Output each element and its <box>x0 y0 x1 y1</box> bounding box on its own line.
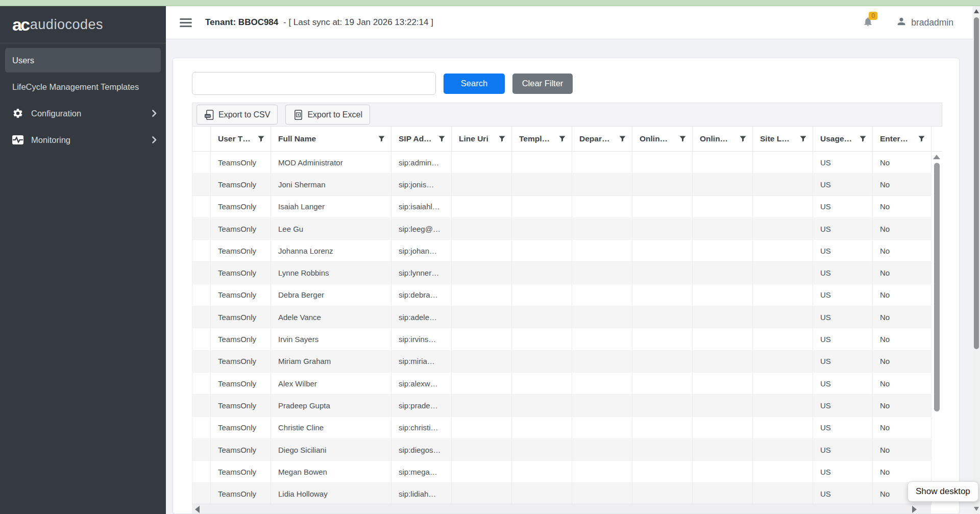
table-cell <box>693 306 753 328</box>
table-cell: US <box>813 306 873 328</box>
header-cell-sip-ad[interactable]: SIP Ad… <box>391 127 452 151</box>
sidebar-item-monitoring[interactable]: Monitoring <box>0 128 166 152</box>
table-cell: sip:isaiahl… <box>391 196 452 217</box>
table-cell <box>572 240 632 261</box>
header-cell-select[interactable] <box>192 127 211 151</box>
filter-funnel-icon[interactable] <box>438 136 445 142</box>
page-vertical-scrollbar[interactable] <box>973 6 980 514</box>
table-vertical-scrollbar[interactable] <box>932 152 942 504</box>
clear-filter-button[interactable]: Clear Filter <box>512 74 573 94</box>
table-cell <box>512 284 572 306</box>
filter-funnel-icon[interactable] <box>679 136 686 142</box>
table-cell: Pradeep Gupta <box>271 395 391 416</box>
show-desktop-tooltip-text: Show desktop <box>916 486 970 497</box>
table-cell <box>192 240 211 261</box>
filter-funnel-icon[interactable] <box>559 136 566 142</box>
table-cell: MOD Administrator <box>271 152 391 173</box>
page-scroll-up-arrow-icon[interactable] <box>974 9 979 13</box>
top-edge-strip <box>0 0 980 6</box>
table-cell <box>512 240 572 261</box>
audiocodes-logo: ac audiocodes <box>0 6 166 43</box>
table-cell: TeamsOnly <box>211 262 271 283</box>
sidebar-item-users[interactable]: Users <box>5 48 161 72</box>
sidebar-nav: Users LifeCycle Management Templates Con… <box>0 43 166 152</box>
table-row[interactable]: TeamsOnlyDiego Sicilianisip:diegos…USNo <box>192 439 931 461</box>
filter-funnel-icon[interactable] <box>860 136 866 142</box>
header-cell-onlin[interactable]: Onlin… <box>632 127 693 151</box>
table-cell: TeamsOnly <box>211 417 271 438</box>
table-cell: sip:leeg@… <box>391 218 452 239</box>
table-cell <box>452 218 512 239</box>
table-cell: No <box>873 284 932 306</box>
header-cell-full-name[interactable]: Full Name <box>271 127 391 151</box>
table-row[interactable]: TeamsOnlyLynne Robbinssip:lynner…USNo <box>192 262 931 284</box>
table-row[interactable]: TeamsOnlyJoni Shermansip:jonis…USNo <box>192 174 931 195</box>
header-cell-onlin[interactable]: Onlin… <box>693 127 753 151</box>
table-row[interactable]: TeamsOnlyIsaiah Langersip:isaiahl…USNo <box>192 196 931 218</box>
table-horizontal-scrollbar[interactable] <box>192 504 931 514</box>
header-cell-usage[interactable]: Usage… <box>813 127 873 151</box>
audiocodes-logo-mark: ac <box>12 15 29 35</box>
table-cell <box>452 417 512 438</box>
filter-funnel-icon[interactable] <box>499 136 505 142</box>
table-row[interactable]: TeamsOnlyLidia Hollowaysip:lidiah…USNo <box>192 483 931 505</box>
table-cell: TeamsOnly <box>211 351 271 372</box>
scroll-up-arrow-icon[interactable] <box>933 155 940 159</box>
table-row[interactable]: TeamsOnlyLee Gusip:leeg@…USNo <box>192 218 931 240</box>
header-cell-user-t[interactable]: User T… <box>211 127 271 151</box>
table-cell <box>512 417 572 438</box>
table-row[interactable]: TeamsOnlyMiriam Grahamsip:miria…USNo <box>192 351 931 373</box>
search-button[interactable]: Search <box>444 74 505 94</box>
table-cell: Miriam Graham <box>271 351 391 372</box>
table-cell <box>753 152 813 173</box>
table-row[interactable]: TeamsOnlyAlex Wilbersip:alexw…USNo <box>192 373 931 395</box>
filter-funnel-icon[interactable] <box>740 136 746 142</box>
table-cell: sip:miria… <box>391 351 452 372</box>
sidebar-item-configuration[interactable]: Configuration <box>0 101 166 126</box>
export-to-csv-button[interactable]: csv Export to CSV <box>197 105 278 125</box>
user-menu[interactable]: bradadmin <box>896 16 953 29</box>
table-cell <box>452 461 512 482</box>
table-cell <box>753 306 813 328</box>
scroll-right-arrow-icon[interactable] <box>912 506 917 513</box>
table-row[interactable]: TeamsOnlyDebra Bergersip:debra…USNo <box>192 284 931 306</box>
table-row[interactable]: TeamsOnlyMegan Bowensip:mega…USNo <box>192 461 931 483</box>
table-cell <box>512 174 572 195</box>
table-row[interactable]: TeamsOnlyAdele Vancesip:adele…USNo <box>192 306 931 328</box>
table-row[interactable]: TeamsOnlyPradeep Guptasip:prade…USNo <box>192 395 931 417</box>
table-row[interactable]: TeamsOnlyChristie Clinesip:christi…USNo <box>192 417 931 439</box>
filter-funnel-icon[interactable] <box>918 136 925 142</box>
filter-funnel-icon[interactable] <box>378 136 385 142</box>
search-input[interactable] <box>192 72 436 95</box>
notifications-button[interactable]: 0 <box>863 16 873 30</box>
header-cell-site-l[interactable]: Site L… <box>753 127 813 151</box>
sidebar-item-lifecycle-management-templates[interactable]: LifeCycle Management Templates <box>0 75 166 99</box>
table-scrollbar-thumb[interactable] <box>934 163 940 411</box>
page-scroll-down-arrow-icon[interactable] <box>974 507 979 511</box>
filter-funnel-icon[interactable] <box>619 136 626 142</box>
header-cell-enter[interactable]: Enter… <box>873 127 932 151</box>
hamburger-menu-icon[interactable] <box>180 18 192 27</box>
table-cell: No <box>873 351 932 372</box>
table-row[interactable]: TeamsOnlyJohanna Lorenzsip:johan…USNo <box>192 240 931 262</box>
table-row[interactable]: TeamsOnlyIrvin Sayerssip:irvins…USNo <box>192 328 931 350</box>
header-cell-depar[interactable]: Depar… <box>572 127 632 151</box>
table-cell: sip:lynner… <box>391 262 452 283</box>
table-cell <box>452 483 512 504</box>
page-scrollbar-thumb[interactable] <box>974 17 979 349</box>
svg-text:csv: csv <box>205 114 210 117</box>
filter-funnel-icon[interactable] <box>258 136 264 142</box>
header-cell-line-uri[interactable]: Line Uri <box>452 127 512 151</box>
header-cell-templ[interactable]: Templ… <box>512 127 572 151</box>
username-text: bradadmin <box>911 17 953 28</box>
table-cell <box>693 351 753 372</box>
table-row[interactable]: TeamsOnlyMOD Administratorsip:admin…USNo <box>192 152 931 174</box>
export-to-excel-button[interactable]: x Export to Excel <box>285 105 370 125</box>
filter-funnel-icon[interactable] <box>800 136 806 142</box>
table-cell <box>512 328 572 350</box>
table-cell <box>452 196 512 217</box>
table-cell <box>192 328 211 350</box>
scroll-left-arrow-icon[interactable] <box>195 506 200 513</box>
table-cell: US <box>813 152 873 173</box>
header-label: User T… <box>218 134 251 143</box>
